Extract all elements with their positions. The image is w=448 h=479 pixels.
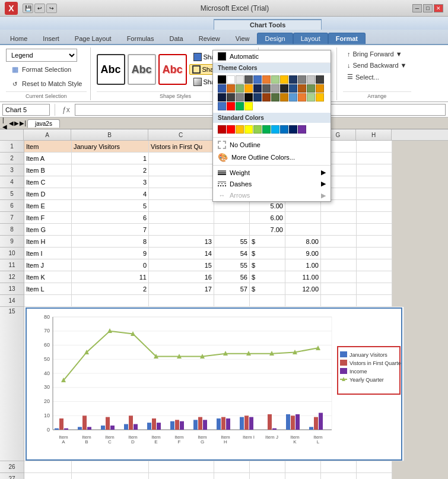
cell-B8[interactable]: 7 [72,224,149,236]
standard-color-swatch-0[interactable] [218,125,226,134]
theme-color-swatch-24[interactable] [218,93,226,101]
automatic-color-item[interactable]: Automatic [213,50,331,63]
theme-color-swatch-28[interactable] [253,93,262,101]
row-header-12[interactable]: 12 [0,271,24,283]
cell-H5[interactable] [357,188,392,200]
sheet-nav-last[interactable]: ▶| [20,120,26,126]
cell-B14[interactable] [72,295,149,307]
weight-item[interactable]: Weight ▶ [213,167,331,178]
cell-B1[interactable]: January Visitors [72,141,149,153]
tab-format[interactable]: Format [328,33,366,44]
theme-color-swatch-8[interactable] [289,75,297,84]
cell-A8[interactable]: Item G [24,224,72,236]
theme-color-swatch-4[interactable] [253,75,262,84]
cell-G9[interactable] [321,236,357,248]
cell-C11[interactable]: 15 [149,259,214,271]
cell-D27[interactable] [214,473,250,479]
row-header-2[interactable]: 2 [0,153,24,164]
cell-C5[interactable] [149,188,214,200]
shape-style-1[interactable]: Abc [97,54,125,85]
cell-A3[interactable]: Item B [24,164,72,176]
cell-F27[interactable] [285,473,321,479]
cell-B10[interactable]: 9 [72,248,149,259]
cell-H11[interactable] [357,259,392,271]
cell-H13[interactable] [357,283,392,295]
row-header-8[interactable]: 8 [0,224,24,236]
cell-H3[interactable] [357,164,392,176]
cell-B6[interactable]: 5 [72,200,149,212]
row-header-26[interactable]: 26 [0,461,24,473]
cell-F9[interactable]: 8.00 [285,236,321,248]
cell-H2[interactable] [357,153,392,164]
row-header-14[interactable]: 14 [0,295,24,307]
theme-color-swatch-17[interactable] [262,84,271,93]
cell-C13[interactable]: 17 [149,283,214,295]
tab-view[interactable]: View [228,33,258,44]
sheet-nav-first[interactable]: |◀ [2,117,8,130]
cell-H27[interactable] [357,473,392,479]
cell-A11[interactable]: Item J [24,259,72,271]
standard-color-swatch-8[interactable] [289,125,297,134]
cell-B12[interactable]: 11 [72,271,149,283]
cell-G14[interactable] [321,295,357,307]
cell-D14[interactable] [214,295,250,307]
cell-E13[interactable]: $ [250,283,285,295]
cell-A2[interactable]: Item A [24,153,72,164]
theme-color-swatch-9[interactable] [298,75,306,84]
theme-color-swatch-6[interactable] [271,75,279,84]
cell-D9[interactable]: 55 [214,236,250,248]
cell-B11[interactable]: 0 [72,259,149,271]
cell-D6[interactable] [214,200,250,212]
cell-D26[interactable] [214,461,250,473]
theme-color-swatch-22[interactable] [307,84,315,93]
cell-B27[interactable] [72,473,149,479]
cell-E11[interactable]: $ [250,259,285,271]
theme-color-swatch-37[interactable] [227,102,235,110]
cell-C14[interactable] [149,295,214,307]
tab-home[interactable]: Home [2,33,35,44]
row-header-4[interactable]: 4 [0,176,24,188]
format-selection-button[interactable]: ▦ Format Selection [6,63,75,76]
theme-color-swatch-11[interactable] [316,75,324,84]
tab-layout[interactable]: Layout [293,33,328,44]
cell-C4[interactable] [149,176,214,188]
standard-color-swatch-1[interactable] [227,125,235,134]
cell-D7[interactable] [214,212,250,224]
cell-F14[interactable] [285,295,321,307]
standard-color-swatch-6[interactable] [271,125,279,134]
chart-cell[interactable]: 80 70 60 50 40 30 20 10 0 [24,307,404,461]
theme-color-swatch-13[interactable] [227,84,235,93]
cell-E6[interactable]: 5.00 [250,200,285,212]
cell-A6[interactable]: Item E [24,200,72,212]
selection-dropdown[interactable]: Legend [6,49,77,62]
cell-A4[interactable]: Item C [24,176,72,188]
cell-B9[interactable]: 8 [72,236,149,248]
cell-E14[interactable] [250,295,285,307]
theme-color-swatch-36[interactable] [218,102,226,110]
cell-D8[interactable] [214,224,250,236]
cell-F7[interactable] [285,212,321,224]
standard-color-swatch-4[interactable] [253,125,262,134]
cell-B2[interactable]: 1 [72,153,149,164]
theme-color-swatch-29[interactable] [262,93,271,101]
cell-B4[interactable]: 3 [72,176,149,188]
cell-A12[interactable]: Item K [24,271,72,283]
redo-button[interactable]: ↪ [46,4,57,13]
row-header-7[interactable]: 7 [0,212,24,224]
cell-F6[interactable] [285,200,321,212]
cell-C7[interactable] [149,212,214,224]
cell-C9[interactable]: 13 [149,236,214,248]
theme-color-swatch-31[interactable] [280,93,288,101]
tab-design[interactable]: Design [257,33,293,44]
col-header-C[interactable]: C [148,129,214,140]
send-backward-button[interactable]: ↓Send Backward ▼ [343,60,411,71]
theme-color-swatch-30[interactable] [271,93,279,101]
standard-color-swatch-2[interactable] [236,125,244,134]
cell-C2[interactable] [149,153,214,164]
dashes-item[interactable]: Dashes ▶ [213,178,331,189]
cell-B7[interactable]: 6 [72,212,149,224]
cell-E9[interactable]: $ [250,236,285,248]
undo-button[interactable]: ↩ [34,4,45,13]
theme-color-swatch-25[interactable] [227,93,235,101]
cell-H12[interactable] [357,271,392,283]
